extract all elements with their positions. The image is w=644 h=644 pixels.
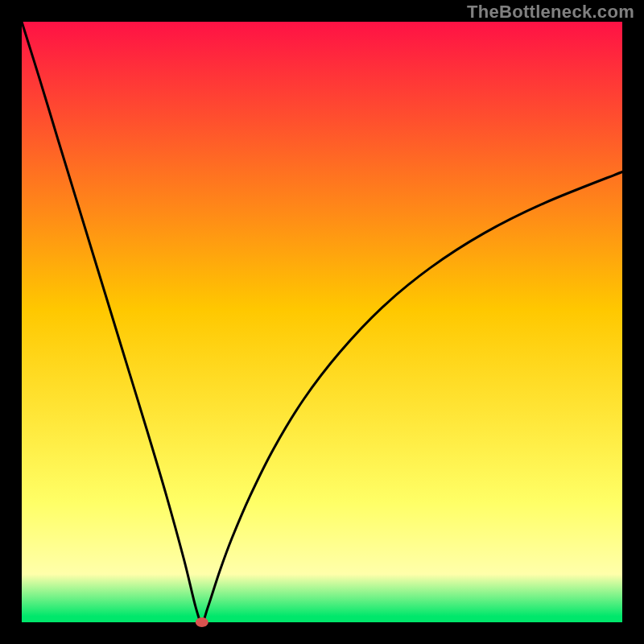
plot-background [22,22,622,622]
attribution-label: TheBottleneck.com [467,2,634,23]
bottleneck-chart: TheBottleneck.com [0,0,644,644]
chart-svg [0,0,644,644]
optimum-marker [196,617,208,627]
